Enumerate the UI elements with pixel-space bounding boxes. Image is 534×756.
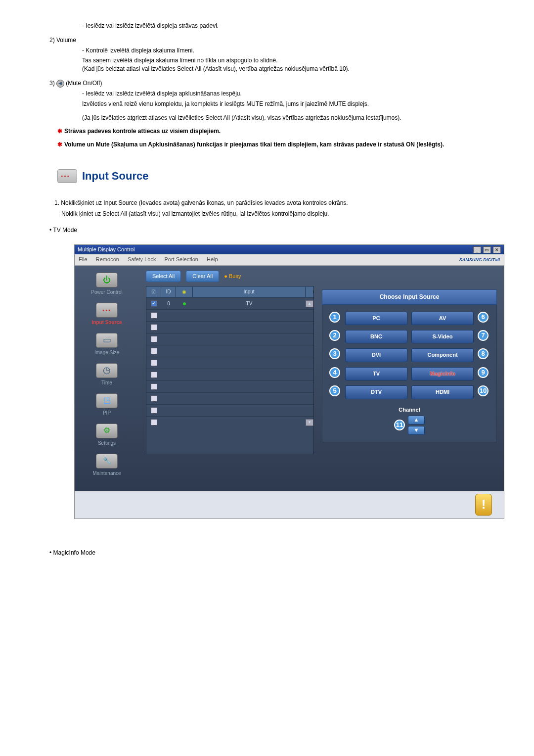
nav-input-source[interactable]: Input Source bbox=[78, 303, 136, 326]
row-checkbox[interactable] bbox=[151, 407, 157, 414]
pip-icon bbox=[96, 393, 118, 408]
nav-label: Image Size bbox=[94, 350, 119, 355]
star-note-2: ✱Volume un Mute (Skaļuma un Apklusināšan… bbox=[57, 141, 499, 149]
status-dot-icon: ◉ bbox=[182, 289, 186, 294]
scroll-down-icon[interactable]: ▼ bbox=[306, 419, 313, 426]
source-magicinfo-button[interactable]: MagicInfo bbox=[411, 367, 474, 380]
col-status: ◉ bbox=[176, 287, 193, 297]
table-row[interactable] bbox=[146, 321, 313, 333]
row-checkbox[interactable] bbox=[151, 395, 157, 402]
menu-safety-lock[interactable]: Safety Lock bbox=[128, 256, 156, 262]
table-row[interactable] bbox=[146, 333, 313, 345]
row-checkbox[interactable] bbox=[151, 360, 157, 366]
table-row[interactable] bbox=[146, 392, 313, 404]
nav-label: Settings bbox=[98, 440, 116, 446]
badge-7: 7 bbox=[478, 330, 489, 341]
info-icon[interactable]: ! bbox=[475, 494, 492, 516]
source-tv-button[interactable]: TV bbox=[345, 367, 407, 380]
item-2-volume: 2) Volume bbox=[49, 36, 499, 45]
brand-logo: SAMSUNG DIGITall bbox=[459, 257, 500, 263]
power-icon bbox=[96, 273, 118, 287]
window-title: Multiple Display Control bbox=[78, 246, 135, 253]
row-input: TV bbox=[193, 300, 306, 307]
row-checkbox[interactable] bbox=[151, 312, 157, 319]
row-checkbox[interactable] bbox=[151, 372, 157, 378]
channel-up-button[interactable]: ▲ bbox=[408, 416, 425, 425]
select-all-button[interactable]: Select All bbox=[146, 271, 181, 282]
volume-line3: (Kad jūs beidzat atlasi vai izvēlaties S… bbox=[82, 65, 499, 73]
settings-icon bbox=[96, 424, 118, 438]
menu-file[interactable]: File bbox=[79, 256, 88, 262]
source-dvi-button[interactable]: DVI bbox=[345, 348, 407, 362]
window-buttons: _ ▭ ✕ bbox=[473, 246, 501, 253]
star-note-1-text: Strāvas padeves kontrole attiecas uz vis… bbox=[64, 128, 221, 135]
bottom-bar: ! bbox=[75, 491, 504, 519]
titlebar: Multiple Display Control _ ▭ ✕ bbox=[75, 245, 504, 254]
channel-label: Channel bbox=[329, 406, 490, 414]
source-component-button[interactable]: Component bbox=[411, 348, 474, 362]
nav-label: Maintenance bbox=[92, 471, 121, 476]
table-row[interactable]: ▼ bbox=[146, 416, 313, 428]
nav-power-control[interactable]: Power Control bbox=[78, 273, 136, 296]
badge-9: 9 bbox=[478, 367, 489, 378]
table-row[interactable] bbox=[146, 404, 313, 416]
menu-remocon[interactable]: Remocon bbox=[96, 256, 119, 262]
nav-label: PIP bbox=[103, 410, 111, 416]
col-input: Input bbox=[193, 287, 306, 297]
table-row[interactable] bbox=[146, 357, 313, 369]
badge-8: 8 bbox=[478, 348, 489, 359]
channel-down-button[interactable]: ▼ bbox=[408, 426, 425, 435]
menu-help[interactable]: Help bbox=[207, 256, 218, 262]
table-row[interactable] bbox=[146, 309, 313, 321]
item-3-prefix: 3) bbox=[49, 80, 55, 87]
item-3-mute: 3) (Mute On/Off) bbox=[49, 79, 499, 88]
step-1: 1. Noklikšķiniet uz Input Source (Ievade… bbox=[54, 199, 499, 207]
source-svideo-button[interactable]: S-Video bbox=[411, 330, 474, 343]
menu-port-selection[interactable]: Port Selection bbox=[164, 256, 198, 262]
nav-image-size[interactable]: Image Size bbox=[78, 333, 136, 356]
nav-settings[interactable]: Settings bbox=[78, 424, 136, 447]
table-row[interactable] bbox=[146, 380, 313, 392]
menubar: File Remocon Safety Lock Port Selection … bbox=[75, 254, 504, 265]
source-dtv-button[interactable]: DTV bbox=[345, 385, 407, 399]
nav-pip[interactable]: PIP bbox=[78, 393, 136, 417]
row-checkbox[interactable] bbox=[151, 348, 157, 354]
mute-line2: Izvēloties vienā reizē vienu komplektu, … bbox=[82, 100, 499, 108]
input-icon bbox=[96, 303, 118, 318]
row-checkbox[interactable] bbox=[151, 419, 157, 425]
row-checkbox[interactable] bbox=[151, 336, 157, 342]
source-hdmi-button[interactable]: HDMI bbox=[411, 385, 474, 399]
star-note-1: ✱Strāvas padeves kontrole attiecas uz vi… bbox=[57, 127, 499, 136]
nav-time[interactable]: Time bbox=[78, 363, 136, 386]
minimize-icon[interactable]: _ bbox=[473, 246, 481, 253]
table-row[interactable]: 0 ● TV ▲ bbox=[146, 297, 313, 309]
choose-input-body: 1 PC AV 6 2 BNC S-Video 7 3 DVI Componen… bbox=[322, 305, 497, 442]
col-check: ☑ bbox=[146, 287, 161, 297]
row-id: 0 bbox=[161, 300, 176, 307]
badge-6: 6 bbox=[478, 312, 489, 323]
channel-block: Channel 11 ▲ ▼ bbox=[329, 406, 490, 435]
section-title: Input Source bbox=[82, 169, 148, 184]
clear-all-button[interactable]: Clear All bbox=[186, 271, 219, 282]
source-pc-button[interactable]: PC bbox=[345, 312, 407, 325]
maximize-icon[interactable]: ▭ bbox=[483, 246, 491, 253]
mute-line3: (Ja jūs izvēlaties atgriezt atlases vai … bbox=[82, 114, 499, 122]
mute-icon bbox=[56, 80, 64, 88]
status-green-icon: ● bbox=[182, 299, 186, 307]
nav-label: Time bbox=[101, 380, 112, 385]
table-row[interactable] bbox=[146, 345, 313, 357]
scroll-up-icon[interactable]: ▲ bbox=[306, 300, 313, 307]
badge-3: 3 bbox=[329, 348, 340, 359]
row-checkbox[interactable] bbox=[151, 300, 157, 307]
row-checkbox[interactable] bbox=[151, 383, 157, 390]
table-row[interactable] bbox=[146, 369, 313, 380]
close-icon[interactable]: ✕ bbox=[493, 246, 501, 253]
app-screenshot: Multiple Display Control _ ▭ ✕ File Remo… bbox=[74, 244, 504, 519]
nav-maintenance[interactable]: Maintenance bbox=[78, 454, 136, 477]
mute-line1: - Ieslēdz vai izslēdz izvēlētā displeja … bbox=[82, 90, 499, 98]
source-bnc-button[interactable]: BNC bbox=[345, 330, 407, 343]
source-av-button[interactable]: AV bbox=[411, 312, 474, 325]
row-checkbox[interactable] bbox=[151, 324, 157, 331]
star-icon: ✱ bbox=[57, 141, 62, 148]
badge-11: 11 bbox=[394, 420, 405, 430]
